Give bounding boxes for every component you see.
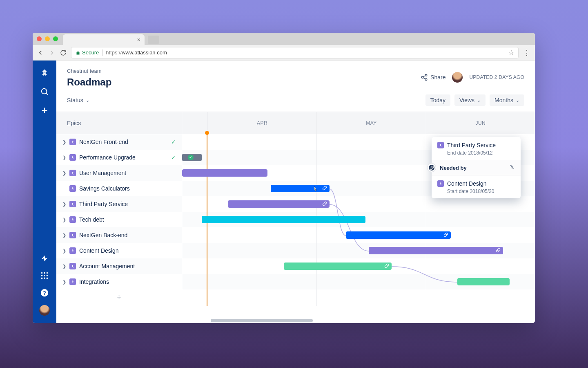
- epic-icon: [69, 154, 76, 161]
- add-epic-button[interactable]: +: [56, 289, 182, 305]
- profile-avatar[interactable]: [39, 305, 50, 316]
- new-tab-button[interactable]: [148, 36, 159, 44]
- chevron-right-icon[interactable]: ❯: [62, 155, 66, 160]
- reload-button[interactable]: [60, 49, 67, 56]
- tooltip-relation: Needed by: [440, 165, 467, 171]
- minimize-window-icon[interactable]: [45, 36, 50, 41]
- gantt-bar[interactable]: ✓: [182, 154, 202, 161]
- today-button[interactable]: Today: [425, 94, 450, 106]
- unlink-icon[interactable]: [509, 164, 515, 171]
- views-dropdown[interactable]: Views ⌄: [454, 94, 486, 106]
- bookmark-icon[interactable]: ☆: [508, 49, 514, 56]
- epic-name: NextGen Back-end: [79, 232, 127, 238]
- epic-icon: [69, 232, 76, 238]
- last-editor-avatar[interactable]: [452, 72, 463, 83]
- gantt-bar[interactable]: [271, 185, 330, 192]
- browser-tab-strip: ×: [33, 33, 535, 45]
- epic-name: Account Management: [79, 263, 135, 269]
- svg-point-14: [425, 79, 427, 81]
- share-button[interactable]: Share: [421, 74, 445, 81]
- svg-point-9: [47, 278, 48, 279]
- svg-point-7: [41, 278, 43, 279]
- epic-icon: [69, 185, 76, 192]
- page-title: Roadmap: [67, 76, 111, 88]
- done-check-icon: ✓: [188, 155, 194, 160]
- help-icon[interactable]: ?: [40, 288, 49, 298]
- epic-icon: [69, 139, 76, 145]
- epic-icon: [437, 142, 444, 148]
- epic-row[interactable]: ❯User Management: [56, 165, 182, 181]
- jira-logo-icon[interactable]: [40, 68, 49, 78]
- search-icon[interactable]: [40, 87, 49, 96]
- cursor-pointer-icon: [312, 186, 319, 195]
- epic-name: Tech debt: [79, 216, 104, 223]
- chevron-down-icon: ⌄: [477, 98, 481, 103]
- maximize-window-icon[interactable]: [53, 36, 58, 41]
- close-window-icon[interactable]: [37, 36, 42, 41]
- epic-row[interactable]: ❯Account Management: [56, 258, 182, 274]
- epic-icon: [69, 263, 76, 269]
- gantt-bar[interactable]: [182, 169, 267, 177]
- epic-row[interactable]: ❯Tech debt: [56, 212, 182, 227]
- epic-name: Integrations: [79, 278, 109, 285]
- app-switcher-icon[interactable]: [40, 271, 49, 280]
- epic-row[interactable]: ❯Third Party Service: [56, 196, 182, 212]
- back-button[interactable]: [37, 49, 44, 56]
- browser-tab[interactable]: ×: [63, 34, 145, 45]
- epic-row[interactable]: ❯Content Design: [56, 243, 182, 258]
- gantt-bar[interactable]: [284, 263, 392, 270]
- status-filter[interactable]: Status ⌄: [67, 97, 89, 103]
- dependency-tooltip: Third Party Service End date 2018/05/12 …: [432, 137, 521, 198]
- forward-button[interactable]: [48, 49, 56, 56]
- url-text: www.atlassian.com: [122, 49, 167, 56]
- chevron-right-icon[interactable]: ❯: [62, 171, 66, 176]
- chevron-right-icon[interactable]: ❯: [62, 248, 66, 254]
- svg-point-5: [44, 275, 45, 276]
- epic-icon: [69, 201, 76, 207]
- epic-name: User Management: [79, 170, 126, 176]
- epic-icon: [69, 247, 76, 254]
- epic-icon: [69, 278, 76, 285]
- horizontal-scrollbar[interactable]: [211, 319, 313, 322]
- share-label: Share: [430, 74, 445, 81]
- svg-point-3: [47, 272, 48, 274]
- svg-point-1: [41, 272, 43, 274]
- tooltip-target-title: Content Design: [447, 180, 487, 187]
- browser-menu-icon[interactable]: ⋮: [523, 48, 531, 57]
- window-controls[interactable]: [37, 36, 58, 41]
- subheader: Status ⌄ Today Views ⌄ Months ⌄: [56, 93, 535, 112]
- tooltip-source-date: End date 2018/05/12: [447, 150, 515, 156]
- link-icon: [322, 185, 327, 192]
- create-icon[interactable]: [40, 105, 49, 115]
- epic-name: NextGen Front-end: [79, 139, 128, 145]
- done-check-icon: ✓: [171, 139, 176, 145]
- whats-new-icon[interactable]: [40, 254, 49, 263]
- gantt-bar[interactable]: [346, 231, 451, 239]
- epic-icon: [69, 216, 76, 223]
- address-bar[interactable]: Secure https:// www.atlassian.com ☆: [71, 47, 519, 58]
- time-scale-dropdown[interactable]: Months ⌄: [490, 94, 524, 106]
- epic-row[interactable]: ❯Integrations: [56, 274, 182, 289]
- svg-text:?: ?: [43, 290, 46, 296]
- chevron-right-icon[interactable]: ❯: [62, 217, 66, 222]
- chevron-right-icon[interactable]: ❯: [62, 202, 66, 207]
- url-prefix: https://: [106, 49, 122, 56]
- gantt-bar[interactable]: [228, 200, 330, 208]
- epic-row[interactable]: ❯NextGen Back-end: [56, 227, 182, 243]
- chevron-right-icon[interactable]: ❯: [62, 264, 66, 269]
- epic-row[interactable]: ❯Performance Upgrade✓: [56, 150, 182, 165]
- gantt-bar[interactable]: [202, 216, 365, 223]
- chevron-right-icon[interactable]: ❯: [62, 279, 66, 285]
- close-tab-icon[interactable]: ×: [137, 36, 140, 43]
- timeline[interactable]: APRMAYJUN ✓ Third Part: [182, 112, 535, 323]
- tooltip-target-date: Start date 2018/05/20: [447, 188, 515, 194]
- epic-row[interactable]: ❯NextGen Front-end✓: [56, 134, 182, 150]
- chevron-right-icon[interactable]: ❯: [62, 233, 66, 238]
- global-nav: ?: [33, 61, 56, 323]
- chevron-right-icon[interactable]: ❯: [62, 139, 66, 145]
- gantt-bar[interactable]: [369, 247, 503, 254]
- gantt-bar[interactable]: [457, 278, 510, 285]
- epic-row[interactable]: Savings Calculators: [56, 181, 182, 196]
- browser-toolbar: Secure https:// www.atlassian.com ☆ ⋮: [33, 45, 535, 61]
- link-icon: [428, 164, 436, 172]
